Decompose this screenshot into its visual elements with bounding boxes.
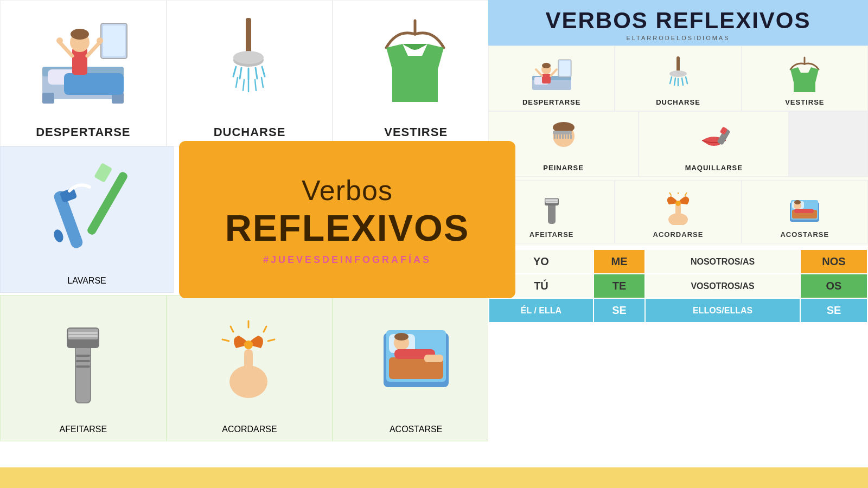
reflex-te: TE <box>593 274 645 298</box>
svg-line-26 <box>255 80 256 91</box>
mini-label-peinarse: PEINARSE <box>543 164 583 172</box>
svg-rect-59 <box>424 355 443 362</box>
mini-card-ducharse: DUCHARSE <box>615 46 741 111</box>
svg-line-76 <box>686 77 687 84</box>
mini-icon-maquillarse <box>690 118 738 162</box>
svg-line-27 <box>261 78 263 87</box>
mini-card-vestirse: VESTIRSE <box>742 46 868 111</box>
mini-card-acordarse2: ACORDARSE <box>615 180 741 243</box>
label-acordarse: ACORDARSE <box>222 425 277 434</box>
label-acostarse: ACOSTARSE <box>390 425 443 434</box>
mini-label-vestirse: VESTIRSE <box>785 98 824 106</box>
right-header-title: VERBOS REFLEXIVOS <box>499 8 857 34</box>
mini-label-ducharse: DUCHARSE <box>656 98 700 106</box>
card-ducharse: DUCHARSE <box>167 0 333 146</box>
reflex-me: ME <box>593 249 645 274</box>
svg-rect-2 <box>42 93 54 104</box>
banner-hashtag: #JUEVESDEINFOGRAFÍAS <box>263 254 431 266</box>
mini-icon-ducharse <box>654 53 703 96</box>
svg-rect-41 <box>76 355 90 357</box>
svg-line-72 <box>670 77 672 84</box>
svg-line-73 <box>674 78 675 85</box>
card-acostarse: ACOSTARSE <box>333 295 499 441</box>
card-afeitarse: AFEITARSE <box>0 295 167 441</box>
svg-rect-95 <box>546 202 558 203</box>
svg-line-22 <box>262 67 265 76</box>
svg-rect-40 <box>68 335 98 337</box>
right-section: VERBOS REFLEXIVOS ELTARRODELOSIDIOMAS <box>488 0 868 488</box>
svg-rect-30 <box>86 171 129 236</box>
svg-rect-42 <box>76 360 90 362</box>
svg-line-24 <box>243 80 244 91</box>
bottom-verbs-right: AFEITARSE ACORDARSE <box>488 177 868 246</box>
mini-icon-peinarse <box>539 118 588 162</box>
bvr-label-acordarse: ACORDARSE <box>653 230 704 239</box>
mini-label-maquillarse: MAQUILLARSE <box>685 164 743 172</box>
left-section: DESPERTARSE <box>0 0 499 488</box>
pronoun-el-ella: ÉL / ELLA <box>489 298 593 323</box>
bvr-label-acostarse: ACOSTARSE <box>780 230 829 239</box>
reflex-se1: SE <box>593 298 645 323</box>
svg-rect-78 <box>794 82 815 92</box>
card-vestirse: VESTIRSE <box>333 0 499 146</box>
mini-card-despertarse: DESPERTARSE <box>488 46 615 111</box>
svg-line-99 <box>669 192 671 195</box>
icon-ducharse <box>167 1 333 122</box>
icon-vestirse <box>333 1 499 122</box>
svg-rect-63 <box>559 61 570 76</box>
svg-rect-83 <box>557 134 558 139</box>
svg-rect-82 <box>554 134 556 139</box>
svg-line-21 <box>256 68 257 79</box>
svg-rect-108 <box>794 209 814 213</box>
top-verb-row: DESPERTARSE <box>0 0 499 146</box>
banner-line1: Verbos <box>302 174 393 207</box>
mini-grid-row1: DESPERTARSE DUCHARSE <box>488 46 868 111</box>
svg-line-75 <box>682 78 683 85</box>
svg-line-51 <box>268 339 275 341</box>
svg-line-49 <box>264 326 266 332</box>
label-lavarse: LAVARSE <box>67 276 106 286</box>
svg-line-69 <box>551 69 557 76</box>
reflex-nos: NOS <box>800 249 867 274</box>
mini-icon-acordarse2 <box>654 187 703 230</box>
svg-rect-70 <box>676 56 680 72</box>
mini-label-despertarse: DESPERTARSE <box>522 98 581 106</box>
icon-afeitarse <box>37 296 129 425</box>
svg-rect-81 <box>553 131 572 134</box>
icon-lavarse <box>33 147 141 276</box>
svg-point-10 <box>71 29 89 40</box>
conj-row-yo: YO ME NOSOTROS/AS NOS <box>489 249 867 274</box>
mini-icon-despertarse <box>527 53 576 96</box>
svg-rect-15 <box>246 18 251 56</box>
svg-rect-88 <box>570 134 572 139</box>
yellow-strip <box>0 467 499 488</box>
svg-rect-31 <box>94 163 112 183</box>
orange-banner: Verbos REFLEXIVOS #JUEVESDEINFOGRAFÍAS <box>179 141 515 298</box>
svg-line-101 <box>685 192 687 195</box>
card-despertarse: DESPERTARSE <box>0 0 167 146</box>
svg-rect-84 <box>559 134 561 139</box>
svg-line-23 <box>236 78 238 87</box>
label-afeitarse: AFEITARSE <box>59 425 107 434</box>
pronoun-vosotros: VOSOTROS/AS <box>645 274 800 298</box>
svg-line-47 <box>231 326 233 332</box>
svg-point-57 <box>394 333 409 341</box>
mini-spacer <box>789 111 868 177</box>
svg-rect-85 <box>562 134 564 139</box>
svg-point-46 <box>244 341 253 349</box>
svg-rect-94 <box>546 200 558 201</box>
reflex-os: OS <box>800 274 867 298</box>
mini-card-maquillarse: MAQUILLARSE <box>639 111 789 177</box>
svg-point-71 <box>669 70 687 77</box>
svg-rect-36 <box>76 345 90 402</box>
svg-point-14 <box>97 37 103 44</box>
mini-icon-afeitarse <box>527 187 576 230</box>
label-vestirse: VESTIRSE <box>384 125 448 139</box>
icon-despertarse <box>1 1 166 122</box>
icon-acordarse <box>203 296 296 425</box>
pronoun-nosotros: NOSOTROS/AS <box>645 249 800 274</box>
reflex-se2: SE <box>800 298 867 323</box>
banner-line2: REFLEXIVOS <box>225 207 470 249</box>
mini-icon-vestirse <box>780 53 829 96</box>
label-ducharse: DUCHARSE <box>214 125 286 139</box>
